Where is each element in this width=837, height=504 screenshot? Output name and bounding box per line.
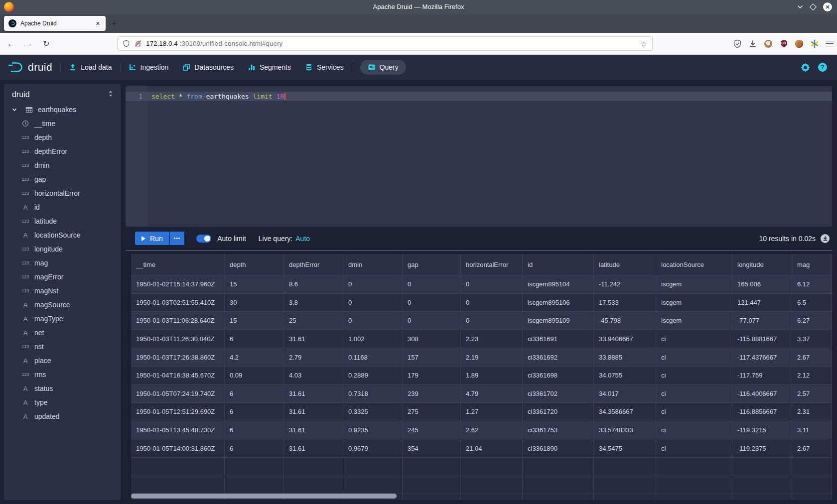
cell[interactable]: 6: [225, 403, 284, 421]
cell[interactable]: [594, 458, 656, 476]
sidebar-item-longitude[interactable]: 123longitude: [4, 242, 121, 256]
cell[interactable]: [656, 476, 732, 495]
tab-close-icon[interactable]: ✕: [95, 19, 101, 28]
cell[interactable]: ci3361720: [523, 403, 594, 421]
cell[interactable]: ci3361692: [523, 348, 594, 367]
insecure-lock-icon[interactable]: [135, 40, 141, 47]
cell[interactable]: 4.03: [284, 367, 343, 385]
cell[interactable]: [656, 494, 732, 500]
cell[interactable]: 1.89: [461, 367, 523, 385]
column-header-locationSource[interactable]: locationSource: [656, 254, 732, 275]
nav-query[interactable]: Query: [360, 60, 406, 75]
cell[interactable]: 25: [284, 312, 343, 330]
cell[interactable]: 2.62: [461, 421, 523, 440]
cell[interactable]: 1950-01-05T13:45:48.730Z: [131, 421, 225, 440]
cell[interactable]: 34.3586667: [594, 403, 656, 421]
sidebar-item-earthquakes[interactable]: earthquakes: [4, 103, 121, 117]
cell[interactable]: [403, 494, 461, 500]
cell[interactable]: 0.7318: [343, 385, 403, 403]
pocket-shield-icon[interactable]: [733, 39, 742, 48]
cell[interactable]: 245: [403, 421, 461, 440]
cell[interactable]: 165.006: [732, 275, 792, 294]
sidebar-item-magSource[interactable]: AmagSource: [4, 298, 121, 312]
sidebar-item-magNst[interactable]: 123magNst: [4, 284, 121, 298]
column-header-depth[interactable]: depth: [225, 254, 284, 275]
sidebar-item-magType[interactable]: AmagType: [4, 312, 121, 326]
cell[interactable]: 1.27: [461, 403, 523, 421]
cell[interactable]: [225, 476, 284, 495]
cell[interactable]: [523, 494, 594, 500]
column-header-depthError[interactable]: depthError: [284, 254, 343, 275]
cell[interactable]: 2.31: [792, 403, 832, 421]
colorful-asterisk-extension-icon[interactable]: [810, 39, 819, 48]
cell[interactable]: 0.09: [225, 367, 284, 385]
cell[interactable]: ci: [656, 367, 732, 385]
cell[interactable]: -116.8856667: [732, 403, 792, 421]
cell[interactable]: 0.2889: [343, 367, 403, 385]
cell[interactable]: [131, 476, 225, 495]
sidebar-item-depthError[interactable]: 123depthError: [4, 144, 121, 158]
column-header-latitude[interactable]: latitude: [594, 254, 656, 275]
cell[interactable]: [732, 494, 792, 500]
run-button[interactable]: Run: [135, 232, 169, 245]
downloads-icon[interactable]: [748, 39, 757, 48]
cell[interactable]: 0: [461, 294, 523, 312]
cell[interactable]: 34.0755: [594, 367, 656, 385]
forward-icon[interactable]: →: [25, 39, 33, 48]
sidebar-item-locationSource[interactable]: AlocationSource: [4, 228, 121, 242]
window-maximize-icon[interactable]: [810, 3, 817, 10]
cell[interactable]: iscgem: [656, 275, 732, 294]
cell[interactable]: 1950-01-03T02:51:55.410Z: [131, 294, 225, 312]
cell[interactable]: [792, 458, 832, 476]
cell[interactable]: -77.077: [732, 312, 792, 330]
help-icon[interactable]: ?: [818, 63, 827, 72]
query-editor[interactable]: 1 select * from earthquakes limit 10: [126, 86, 832, 227]
cell[interactable]: -119.3215: [732, 421, 792, 440]
cell[interactable]: 3.37: [792, 330, 832, 349]
cell[interactable]: [523, 476, 594, 495]
column-header-horizontalError[interactable]: horizontalError: [461, 254, 523, 275]
cell[interactable]: iscgem: [656, 312, 732, 330]
cell[interactable]: 4.2: [225, 348, 284, 367]
cell[interactable]: iscgem: [656, 294, 732, 312]
sidebar-item-dmin[interactable]: 123dmin: [4, 158, 121, 172]
cell[interactable]: ci: [656, 421, 732, 440]
cell[interactable]: 2.79: [284, 348, 343, 367]
cell[interactable]: 0.1168: [343, 348, 403, 367]
menu-hamburger-icon[interactable]: [826, 41, 834, 47]
cell[interactable]: 308: [403, 330, 461, 349]
live-query-value[interactable]: Auto: [295, 235, 310, 243]
cell[interactable]: -45.798: [594, 312, 656, 330]
cell[interactable]: 15: [225, 312, 284, 330]
cell[interactable]: 8.6: [284, 275, 343, 294]
cell[interactable]: ci: [656, 348, 732, 367]
cell[interactable]: 2.23: [461, 330, 523, 349]
cell[interactable]: [792, 476, 832, 495]
sidebar-item-gap[interactable]: 123gap: [4, 172, 121, 186]
cell[interactable]: 0.9679: [343, 439, 403, 458]
cell[interactable]: 6: [225, 385, 284, 403]
column-header-gap[interactable]: gap: [403, 254, 461, 275]
cell[interactable]: 157: [403, 348, 461, 367]
nav-segments[interactable]: Segments: [248, 63, 291, 71]
sidebar-item-magError[interactable]: 123magError: [4, 270, 121, 284]
cell[interactable]: [461, 476, 523, 495]
cell[interactable]: 31.61: [284, 385, 343, 403]
cell[interactable]: [732, 458, 792, 476]
schema-selector[interactable]: druid: [4, 84, 121, 103]
sidebar-item-rms[interactable]: 123rms: [4, 368, 121, 381]
sidebar-item-horizontalError[interactable]: 123horizontalError: [4, 186, 121, 200]
cell[interactable]: 0.9235: [343, 421, 403, 440]
cell[interactable]: 31.61: [284, 403, 343, 421]
bookmark-star-icon[interactable]: ☆: [641, 39, 647, 48]
cell[interactable]: 31.61: [284, 439, 343, 458]
cell[interactable]: -117.759: [732, 367, 792, 385]
cell[interactable]: 1950-01-03T11:26:30.040Z: [131, 330, 225, 349]
cell[interactable]: 3.8: [284, 294, 343, 312]
cell[interactable]: 33.5748333: [594, 421, 656, 440]
cell[interactable]: 31.61: [284, 421, 343, 440]
url-bar[interactable]: 172.18.0.4:30109/unified-console.html#qu…: [117, 36, 653, 51]
cell[interactable]: ci3361698: [523, 367, 594, 385]
druid-logo[interactable]: druid: [7, 61, 52, 74]
cell[interactable]: 1950-01-05T14:00:31.860Z: [131, 439, 225, 458]
